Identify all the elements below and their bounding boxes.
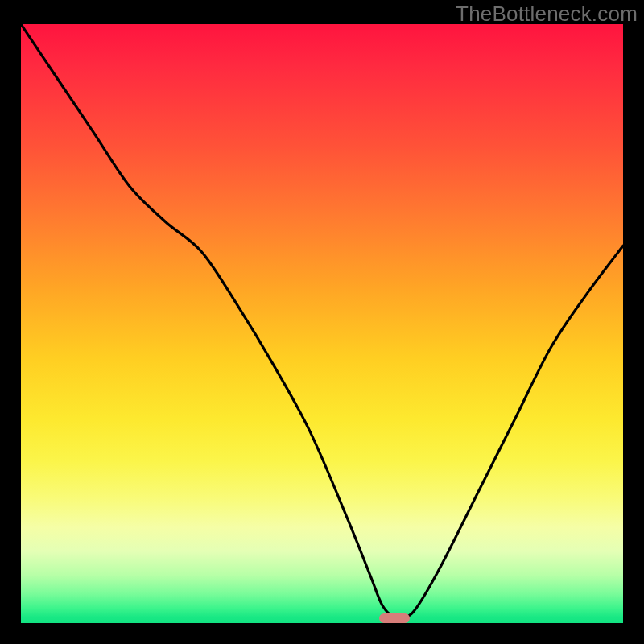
plot-area <box>21 24 623 623</box>
optimum-marker <box>379 613 410 623</box>
chart-container: TheBottleneck.com <box>0 0 644 644</box>
curve-path <box>21 24 623 618</box>
bottleneck-curve <box>21 24 623 623</box>
watermark-text: TheBottleneck.com <box>456 2 638 27</box>
